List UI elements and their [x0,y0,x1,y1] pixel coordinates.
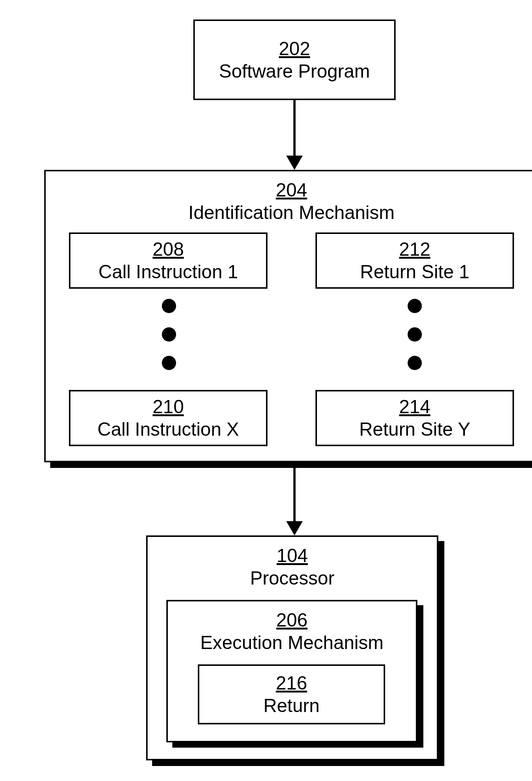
software-program-block: 202 Software Program [193,19,396,100]
identification-mechanism-label: Identification Mechanism [188,201,395,224]
identification-mechanism-block: 204 Identification Mechanism 208 Call In… [44,170,532,462]
processor-ref: 104 [276,544,308,567]
execution-mechanism-label: Execution Mechanism [200,631,383,654]
return-label: Return [263,694,320,717]
dot-icon [408,356,422,370]
dot-icon [162,356,176,370]
call-instruction-x-block: 210 Call Instruction X [69,390,267,446]
arrow-2-head [286,521,303,535]
dot-icon [162,299,176,313]
execution-mechanism-ref: 206 [276,609,307,631]
arrow-2-line [293,468,296,524]
return-site-y-ref: 214 [399,396,430,418]
return-site-1-block: 212 Return Site 1 [315,232,514,289]
return-site-y-block: 214 Return Site Y [315,390,514,446]
return-ref: 216 [276,672,307,694]
call-instruction-x-ref: 210 [152,396,184,418]
execution-mechanism-block: 206 Execution Mechanism 216 Return [166,600,417,742]
return-block: 216 Return [198,664,385,724]
return-site-1-ref: 212 [399,238,430,261]
processor-label: Processor [250,567,334,589]
software-program-ref: 202 [279,37,310,60]
arrow-1-line [293,100,296,158]
identification-mechanism-ref: 204 [276,179,307,201]
call-instruction-1-ref: 208 [152,238,184,261]
call-instruction-1-label: Call Instruction 1 [99,261,238,283]
return-site-1-label: Return Site 1 [360,261,469,283]
right-ellipsis [408,299,422,370]
call-instruction-x-label: Call Instruction X [97,418,239,441]
return-site-y-label: Return Site Y [359,418,470,441]
software-program-label: Software Program [219,60,370,82]
dot-icon [408,299,422,313]
dot-icon [408,327,422,342]
call-instruction-1-block: 208 Call Instruction 1 [69,232,267,289]
dot-icon [162,327,176,342]
left-ellipsis [162,299,176,370]
processor-block: 104 Processor 206 Execution Mechanism 21… [146,535,438,760]
arrow-1-head [286,156,303,170]
